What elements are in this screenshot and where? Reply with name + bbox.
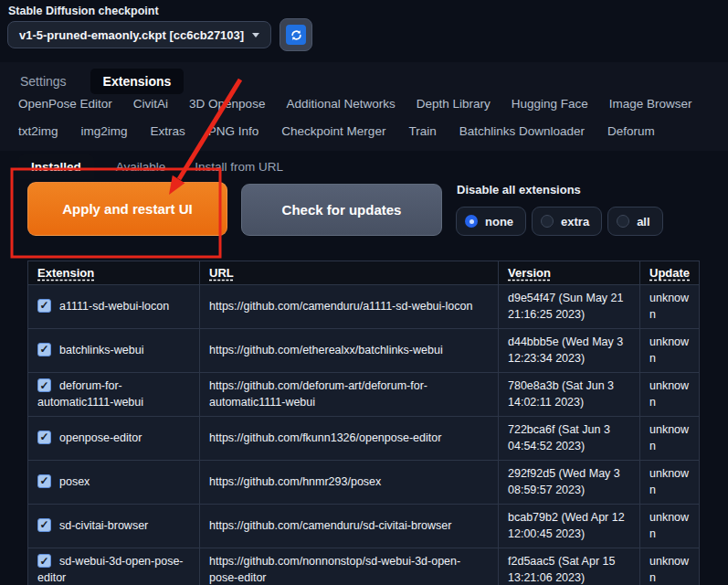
table-row: sd-webui-3d-open-pose-editor https://git… bbox=[28, 548, 700, 585]
tab-available[interactable]: Available bbox=[109, 154, 174, 179]
extension-name: deforum-for-automatic1111-webui bbox=[37, 379, 143, 409]
extensions-table: Extension URL Version Update a1111-sd-we… bbox=[27, 261, 700, 585]
tab-png-info[interactable]: PNG Info bbox=[208, 124, 259, 138]
extension-version: d44bbb5e (Wed May 3 12:23:34 2023) bbox=[499, 329, 640, 373]
extension-checkbox[interactable] bbox=[37, 431, 51, 444]
radio-selected-icon bbox=[465, 215, 478, 228]
radio-extra-label: extra bbox=[561, 215, 589, 229]
nav-row-2: txt2img img2img Extras PNG Info Checkpoi… bbox=[18, 124, 712, 138]
extension-url: https://github.com/deforum-art/deforum-f… bbox=[200, 373, 499, 417]
extension-checkbox[interactable] bbox=[37, 518, 51, 532]
extension-name: sd-webui-3d-open-pose-editor bbox=[37, 555, 184, 584]
tab-additional-networks[interactable]: Additional Networks bbox=[286, 97, 395, 111]
table-row: sd-civitai-browser https://github.com/ca… bbox=[28, 505, 700, 548]
extension-update: unknown bbox=[640, 505, 700, 548]
radio-unselected-icon bbox=[541, 215, 554, 228]
checkpoint-value: v1-5-pruned-emaonly.ckpt [cc6cb27103] bbox=[19, 28, 244, 42]
tab-batchlinks-downloader[interactable]: Batchlinks Downloader bbox=[459, 124, 585, 138]
tab-extras[interactable]: Extras bbox=[151, 124, 185, 138]
radio-none-label: none bbox=[485, 215, 513, 229]
extension-name: openpose-editor bbox=[59, 431, 142, 444]
chevron-down-icon bbox=[252, 33, 259, 37]
extension-update: unknown bbox=[640, 285, 700, 329]
tab-img2img[interactable]: img2img bbox=[81, 124, 128, 138]
extension-name: a1111-sd-webui-locon bbox=[59, 300, 169, 313]
tab-installed[interactable]: Installed bbox=[18, 154, 94, 179]
main-tab-bar: Settings Extensions bbox=[18, 69, 184, 94]
tab-install-from-url[interactable]: Install from URL bbox=[187, 154, 290, 179]
tab-depth-library[interactable]: Depth Library bbox=[417, 97, 491, 111]
extension-url: https://github.com/camenduru/a1111-sd-we… bbox=[200, 285, 499, 329]
extension-url: https://github.com/hnmr293/posex bbox=[200, 461, 499, 505]
extension-update: unknown bbox=[640, 373, 700, 417]
extension-name: sd-civitai-browser bbox=[59, 519, 148, 532]
extension-version: 292f92d5 (Wed May 3 08:59:57 2023) bbox=[499, 461, 640, 505]
tab-extensions[interactable]: Extensions bbox=[90, 69, 185, 94]
table-row: batchlinks-webui https://github.com/ethe… bbox=[28, 329, 700, 373]
extension-update: unknown bbox=[640, 548, 700, 585]
extension-version: 722bca6f (Sat Jun 3 04:54:52 2023) bbox=[499, 417, 640, 461]
extension-update: unknown bbox=[640, 461, 700, 505]
tab-train[interactable]: Train bbox=[408, 124, 436, 138]
checkpoint-dropdown[interactable]: v1-5-pruned-emaonly.ckpt [cc6cb27103] bbox=[7, 21, 271, 48]
refresh-icon bbox=[286, 25, 306, 45]
tab-civitai[interactable]: CivitAi bbox=[133, 97, 168, 111]
tab-image-browser[interactable]: Image Browser bbox=[609, 97, 692, 111]
apply-and-restart-button[interactable]: Apply and restart UI bbox=[27, 182, 227, 236]
extension-version: bcab79b2 (Wed Apr 12 12:00:45 2023) bbox=[499, 505, 640, 548]
extension-url: https://github.com/nonnonstop/sd-webui-3… bbox=[200, 548, 499, 585]
refresh-checkpoints-button[interactable] bbox=[280, 18, 312, 51]
radio-extra[interactable]: extra bbox=[532, 207, 602, 236]
extension-checkbox[interactable] bbox=[37, 554, 51, 568]
extension-version: 780e8a3b (Sat Jun 3 14:02:11 2023) bbox=[499, 373, 640, 417]
tab-settings[interactable]: Settings bbox=[18, 69, 69, 93]
extension-update: unknown bbox=[640, 329, 700, 373]
column-header-extension: Extension bbox=[28, 261, 200, 285]
table-row: deforum-for-automatic1111-webui https://… bbox=[28, 373, 700, 417]
extension-url: https://github.com/fkunn1326/openpose-ed… bbox=[200, 417, 499, 461]
extension-url: https://github.com/etherealxx/batchlinks… bbox=[200, 329, 499, 373]
tab-openpose-editor[interactable]: OpenPose Editor bbox=[18, 97, 112, 111]
table-row: openpose-editor https://github.com/fkunn… bbox=[28, 417, 700, 461]
extension-checkbox[interactable] bbox=[37, 474, 51, 488]
extension-version: d9e54f47 (Sun May 21 21:16:25 2023) bbox=[499, 285, 640, 329]
tab-deforum[interactable]: Deforum bbox=[607, 124, 655, 138]
table-header-row: Extension URL Version Update bbox=[28, 261, 700, 285]
extension-checkbox[interactable] bbox=[37, 378, 51, 392]
column-header-version: Version bbox=[499, 261, 640, 285]
checkpoint-label: Stable Diffusion checkpoint bbox=[8, 5, 159, 17]
tab-hugging-face[interactable]: Hugging Face bbox=[512, 97, 588, 111]
extension-name: batchlinks-webui bbox=[59, 344, 143, 356]
tab-checkpoint-merger[interactable]: Checkpoint Merger bbox=[281, 124, 385, 138]
table-row: a1111-sd-webui-locon https://github.com/… bbox=[28, 285, 700, 329]
check-for-updates-button[interactable]: Check for updates bbox=[241, 184, 442, 236]
radio-all[interactable]: all bbox=[607, 207, 662, 236]
extension-version: f2d5aac5 (Sat Apr 15 13:21:06 2023) bbox=[499, 548, 640, 585]
extension-url: https://github.com/camenduru/sd-civitai-… bbox=[200, 505, 499, 548]
extension-checkbox[interactable] bbox=[37, 343, 51, 356]
radio-all-label: all bbox=[637, 215, 649, 229]
nav-row-1: OpenPose Editor CivitAi 3D Openpose Addi… bbox=[18, 97, 712, 111]
extensions-tab-bar: Installed Available Install from URL bbox=[18, 154, 290, 179]
disable-all-extensions-label: Disable all extensions bbox=[457, 183, 581, 197]
column-header-update: Update bbox=[640, 261, 700, 285]
tab-txt2img[interactable]: txt2img bbox=[18, 124, 58, 138]
extension-update: unknown bbox=[640, 417, 700, 461]
extension-checkbox[interactable] bbox=[37, 299, 51, 313]
column-header-url: URL bbox=[200, 261, 499, 285]
disable-all-radio-group: none extra all bbox=[456, 207, 663, 236]
radio-unselected-icon bbox=[617, 215, 629, 228]
tab-3d-openpose[interactable]: 3D Openpose bbox=[189, 97, 265, 111]
extension-name: posex bbox=[59, 475, 90, 488]
table-row: posex https://github.com/hnmr293/posex 2… bbox=[28, 461, 700, 505]
radio-none[interactable]: none bbox=[456, 207, 526, 236]
